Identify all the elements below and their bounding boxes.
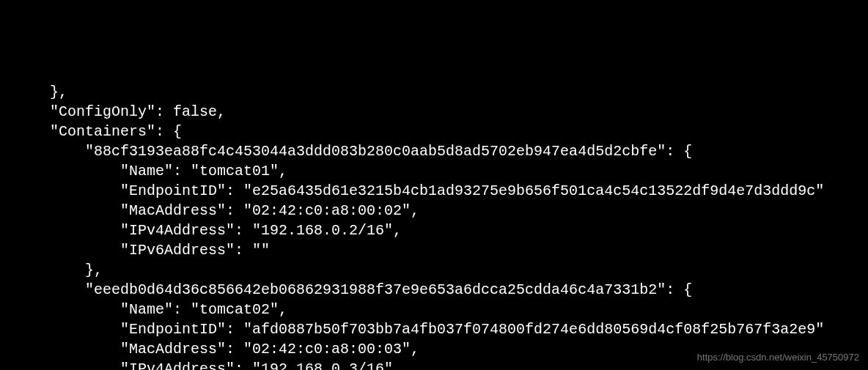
json-line: "Name": "tomcat02",	[15, 300, 868, 319]
json-line: "EndpointID": "e25a6435d61e3215b4cb1ad93…	[15, 181, 868, 201]
json-line: "ConfigOnly": false,	[15, 102, 868, 122]
json-line: "Containers": {	[15, 122, 868, 141]
json-line: "eeedb0d64d36c856642eb06862931988f37e9e6…	[15, 280, 868, 300]
json-line: },	[15, 82, 868, 102]
json-line: "Name": "tomcat01",	[15, 161, 868, 181]
json-line: "MacAddress": "02:42:c0:a8:00:02",	[15, 201, 868, 221]
json-line: "EndpointID": "afd0887b50f703bb7a4fb037f…	[15, 319, 868, 339]
json-line: "IPv4Address": "192.168.0.2/16",	[15, 221, 868, 240]
json-line: "IPv6Address": ""	[15, 240, 868, 260]
terminal-output: }, "ConfigOnly": false, "Containers": { …	[15, 82, 868, 370]
watermark-text: https://blog.csdn.net/weixin_45750972	[697, 351, 859, 364]
json-line: "88cf3193ea88fc4c453044a3ddd083b280c0aab…	[15, 141, 868, 161]
json-line: },	[15, 260, 868, 280]
